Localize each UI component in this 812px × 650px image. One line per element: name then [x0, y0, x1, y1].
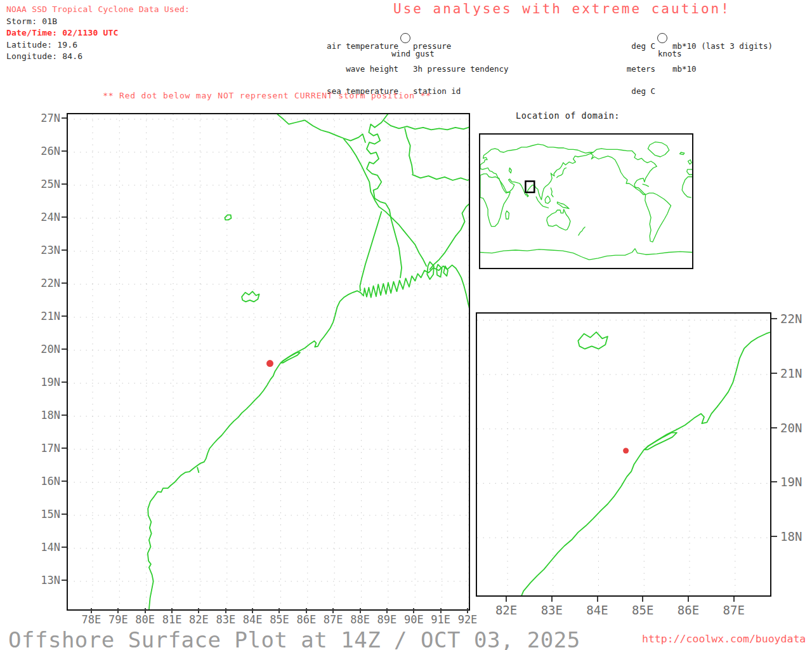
- lat-tick-label: 19N: [780, 475, 802, 489]
- plot-title: Offshore Surface Plot at 14Z / OCT 03, 2…: [8, 627, 580, 650]
- lat-tick-label: 22N: [35, 277, 60, 289]
- station-circle-icon: [657, 33, 667, 43]
- coastline-path: [527, 195, 528, 197]
- lon-tick-label: 86E: [672, 603, 704, 617]
- lat-tick-mark: [62, 580, 67, 581]
- coastline-path: [480, 249, 692, 260]
- source-url: http://coolwx.com/buoydata: [642, 633, 806, 645]
- lat-tick-mark: [62, 249, 67, 251]
- lon-tick-mark: [145, 608, 146, 613]
- coastline-path: [506, 211, 509, 219]
- lat-tick-mark: [62, 381, 67, 383]
- coastline-path: [578, 332, 608, 349]
- coastline-path: [536, 197, 549, 208]
- lon-tick-mark: [91, 608, 92, 613]
- lat-tick-mark: [771, 373, 777, 374]
- legend-label-wind-gust: wind gust: [391, 50, 435, 58]
- lon-tick-label: 89E: [373, 613, 401, 626]
- legend-label: wave height: [285, 65, 398, 73]
- lon-tick-label: 90E: [400, 613, 428, 626]
- lon-tick-label: 80E: [131, 613, 159, 626]
- lat-tick-label: 16N: [35, 475, 60, 488]
- lat-tick-mark: [62, 216, 67, 218]
- lon-tick-mark: [413, 608, 414, 613]
- storm-dot: [266, 360, 273, 367]
- main-map: [67, 113, 470, 611]
- station-circle-icon: [400, 33, 410, 43]
- lon-tick-mark: [306, 608, 307, 613]
- lon-tick-mark: [198, 608, 199, 613]
- world-inset-title: Location of domain:: [516, 110, 620, 121]
- lon-tick-mark: [467, 608, 468, 613]
- coastline-path: [680, 152, 684, 155]
- coastline-path: [648, 142, 669, 157]
- lon-tick-label: 92E: [454, 613, 481, 626]
- coastline-path: [277, 114, 365, 142]
- lat-tick-label: 26N: [35, 145, 60, 157]
- legend-unit: mb*10 (last 3 digits): [672, 43, 773, 50]
- legend-unit-knots: knots: [658, 50, 682, 58]
- lat-tick-mark: [62, 547, 67, 548]
- lon-tick-label: 79E: [104, 613, 132, 626]
- lon-tick-label: 85E: [265, 613, 293, 626]
- coastline-path: [443, 266, 448, 276]
- longitude-line: Longitude: 84.6: [6, 51, 190, 63]
- coastline-path: [547, 209, 570, 230]
- lat-tick-mark: [771, 481, 777, 482]
- coastline-path: [384, 121, 469, 129]
- lat-tick-mark: [771, 536, 777, 537]
- coastline-path: [242, 291, 259, 302]
- page: { "colors": { "coast_green": "#2ecc2e", …: [0, 0, 812, 650]
- legend-unit: deg C: [605, 88, 655, 95]
- world-inset-map: [479, 133, 693, 269]
- lon-tick-label: 81E: [158, 613, 186, 626]
- coastline-path: [687, 169, 692, 175]
- lat-tick-mark: [62, 315, 67, 317]
- coastline-path: [645, 193, 671, 242]
- coastline-path: [545, 196, 550, 204]
- lat-tick-label: 21N: [780, 366, 802, 380]
- legend-right-right-column: mb*10 (last 3 digits) mb*10: [672, 27, 773, 88]
- lon-tick-label: 84E: [239, 613, 266, 626]
- caution-headline: Use analyses with extreme caution!: [393, 1, 731, 17]
- coastline-path: [579, 227, 585, 235]
- lon-tick-label: 86E: [292, 613, 320, 626]
- lon-tick-mark: [252, 608, 253, 613]
- noaa-data-line: NOAA SSD Tropical Cyclone Data Used:: [6, 4, 190, 16]
- coastline-path: [551, 188, 553, 197]
- lat-tick-label: 14N: [35, 541, 60, 554]
- latitude-line: Latitude: 19.6: [6, 39, 190, 51]
- coastline-path: [281, 352, 300, 362]
- lon-tick-mark: [386, 608, 388, 613]
- coastline-path: [643, 184, 648, 187]
- lat-tick-mark: [62, 117, 67, 119]
- lon-tick-label: 83E: [536, 603, 568, 617]
- lat-tick-label: 20N: [35, 343, 60, 355]
- lon-tick-label: 84E: [582, 603, 613, 617]
- lat-tick-mark: [62, 282, 67, 284]
- lon-tick-mark: [733, 597, 735, 602]
- lon-tick-mark: [597, 597, 598, 602]
- lon-tick-label: 83E: [212, 613, 240, 626]
- lat-tick-label: 27N: [35, 112, 60, 124]
- lon-tick-mark: [506, 597, 507, 602]
- lat-tick-label: 13N: [35, 574, 60, 587]
- lat-tick-mark: [62, 348, 67, 350]
- lat-tick-mark: [62, 183, 67, 185]
- lat-tick-mark: [62, 150, 67, 152]
- zoom-inset-map: [476, 312, 771, 597]
- coastline-path: [344, 139, 379, 207]
- lat-tick-label: 23N: [35, 244, 60, 256]
- storm-id-line: Storm: 01B: [6, 16, 190, 28]
- lat-tick-mark: [62, 415, 67, 416]
- lon-tick-label: 87E: [319, 613, 347, 626]
- lon-tick-label: 82E: [185, 613, 213, 626]
- lat-tick-label: 19N: [35, 376, 60, 388]
- lat-tick-label: 20N: [780, 421, 802, 435]
- datetime-line: Date/Time: 02/1130 UTC: [6, 27, 190, 39]
- coastline-path: [412, 175, 469, 180]
- coastline-path: [148, 265, 469, 609]
- coastline-path: [688, 160, 692, 164]
- lat-tick-label: 15N: [35, 508, 60, 521]
- legend-unit: mb*10: [672, 65, 773, 73]
